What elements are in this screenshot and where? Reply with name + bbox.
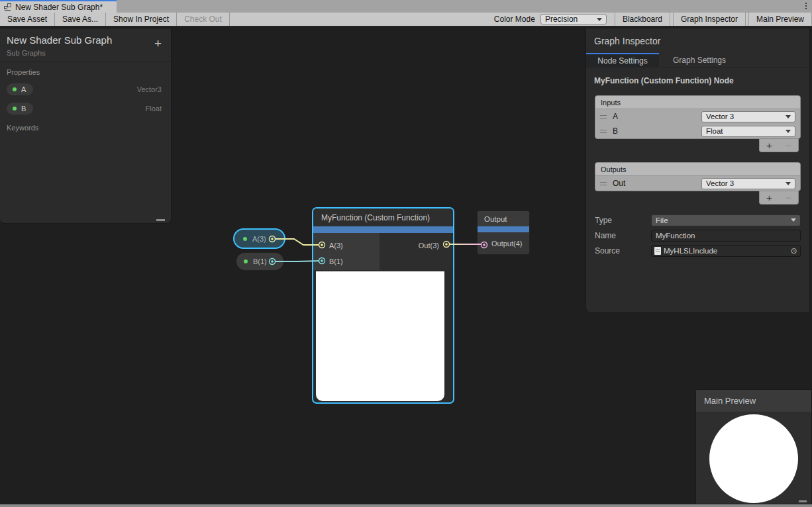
exposed-property-dot-icon — [244, 259, 248, 263]
property-name: A — [21, 85, 26, 93]
property-row-a[interactable]: A Vector3 — [0, 79, 171, 99]
blackboard-title: New Shader Sub Graph — [7, 34, 163, 46]
blackboard-header: New Shader Sub Graph Sub Graphs + — [0, 28, 171, 62]
input-type-selected: Vector 3 — [706, 113, 734, 120]
graph-inspector-panel: Graph Inspector Node Settings Graph Sett… — [585, 28, 810, 313]
outputs-list-footer: + − — [759, 191, 799, 205]
name-input[interactable] — [651, 230, 801, 242]
property-type-label: Float — [146, 105, 162, 113]
property-pill[interactable]: B — [7, 103, 33, 115]
property-type-label: Vector3 — [137, 85, 162, 93]
remove-input-button[interactable]: − — [786, 140, 791, 151]
inputs-row-b[interactable]: B Float — [595, 124, 800, 138]
type-dropdown[interactable]: File — [651, 214, 801, 226]
property-name: B — [21, 105, 26, 113]
main-preview-title: Main Preview — [696, 390, 811, 412]
property-row-b[interactable]: B Float — [0, 99, 171, 118]
type-label: Type — [595, 216, 651, 225]
input-name: A — [613, 112, 618, 121]
node-color-bar — [478, 226, 529, 232]
graph-inspector-toggle-button[interactable]: Graph Inspector — [673, 13, 746, 26]
blackboard-toggle-button[interactable]: Blackboard — [615, 13, 670, 26]
node-color-bar — [313, 226, 453, 233]
window-tab-bar: New Shader Sub Graph* — [0, 0, 812, 13]
add-input-button[interactable]: + — [766, 140, 772, 151]
type-field-row: Type File — [595, 212, 801, 228]
dropdown-arrow-icon — [786, 182, 791, 185]
source-field-row: Source MyHLSLInclude ⊙ — [595, 243, 801, 258]
dropdown-arrow-icon — [786, 115, 791, 118]
output-port-row-out: Out(3) — [419, 238, 439, 254]
drag-handle-icon[interactable] — [600, 130, 607, 133]
color-mode-selected: Precision — [545, 15, 578, 24]
main-preview-viewport[interactable] — [696, 412, 811, 504]
node-title: Output — [484, 215, 507, 223]
property-pill[interactable]: A — [7, 83, 33, 95]
add-property-button[interactable]: + — [154, 39, 162, 48]
drag-handle-icon[interactable] — [600, 115, 607, 118]
color-mode-label: Color Mode — [489, 15, 540, 24]
outputs-row-out[interactable]: Out Vector 3 — [595, 176, 800, 191]
tab-graph-settings[interactable]: Graph Settings — [659, 53, 740, 67]
input-port-row-b: B(1) — [313, 254, 380, 269]
output-node[interactable]: Output Output(4) — [477, 210, 530, 255]
input-port-row-output: Output(4) — [478, 232, 529, 254]
save-asset-button[interactable]: Save Asset — [0, 13, 55, 26]
panel-resize-handle[interactable] — [156, 219, 165, 221]
outputs-list: Outputs Out Vector 3 + − — [595, 162, 801, 205]
exposed-property-dot-icon — [13, 107, 17, 111]
tab-title: New Shader Sub Graph* — [15, 3, 103, 12]
blackboard-panel: New Shader Sub Graph Sub Graphs + Proper… — [0, 28, 172, 224]
dropdown-arrow-icon — [786, 130, 791, 133]
main-preview-toggle-button[interactable]: Main Preview — [748, 13, 812, 26]
dropdown-arrow-icon — [597, 18, 602, 21]
inputs-list-footer: + − — [759, 139, 799, 152]
function-settings-fields: Type File Name Source MyHLSLInclude ⊙ — [595, 212, 801, 258]
shader-graph-window: New Shader Sub Graph* Save Asset Save As… — [0, 0, 812, 507]
kebab-menu-icon[interactable] — [805, 3, 807, 9]
node-port-area: A(3) B(1) Out(3) — [313, 233, 453, 270]
shader-graph-toolbar: Save Asset Save As... Show In Project Ch… — [0, 13, 812, 26]
property-node-a[interactable]: A(3) — [233, 228, 285, 249]
inputs-list-header: Inputs — [595, 96, 800, 109]
shader-graph-icon — [4, 3, 12, 11]
name-field-row: Name — [595, 228, 801, 243]
custom-function-node[interactable]: MyFunction (Custom Function) A(3) B(1) O… — [312, 207, 454, 404]
panel-resize-handle[interactable] — [799, 500, 807, 502]
name-label: Name — [595, 231, 651, 240]
input-type-dropdown[interactable]: Float — [701, 126, 795, 137]
input-type-dropdown[interactable]: Vector 3 — [701, 111, 795, 122]
color-mode-dropdown[interactable]: Precision — [540, 14, 607, 24]
tab-new-shader-sub-graph[interactable]: New Shader Sub Graph* — [0, 0, 117, 13]
graph-inspector-title: Graph Inspector — [586, 28, 809, 53]
input-name: B — [613, 126, 618, 136]
tab-node-settings[interactable]: Node Settings — [586, 53, 659, 67]
check-out-button: Check Out — [177, 13, 230, 26]
drag-handle-icon[interactable] — [600, 182, 607, 185]
save-as-button[interactable]: Save As... — [55, 13, 106, 26]
property-node-label: A(3) — [252, 235, 266, 243]
output-type-selected: Vector 3 — [706, 179, 734, 187]
show-in-project-button[interactable]: Show In Project — [106, 13, 177, 26]
properties-section-header: Properties — [0, 62, 171, 79]
property-node-b[interactable]: B(1) — [236, 252, 284, 271]
remove-output-button[interactable]: − — [786, 193, 791, 203]
object-picker-icon[interactable]: ⊙ — [789, 246, 799, 255]
main-preview-panel: Main Preview — [695, 389, 812, 504]
blackboard-subtitle: Sub Graphs — [7, 49, 163, 57]
inputs-row-a[interactable]: A Vector 3 — [595, 109, 800, 124]
output-type-dropdown[interactable]: Vector 3 — [701, 178, 795, 189]
toolbar-right-group: Color Mode Precision Blackboard Graph In… — [489, 13, 812, 26]
inspected-node-title: MyFunction (Custom Function) Node — [586, 68, 809, 85]
source-object-field[interactable]: MyHLSLInclude ⊙ — [651, 245, 801, 257]
node-header[interactable]: MyFunction (Custom Function) — [313, 208, 453, 226]
exposed-property-dot-icon — [13, 87, 17, 91]
add-output-button[interactable]: + — [766, 193, 772, 203]
inspector-tab-bar: Node Settings Graph Settings — [586, 53, 809, 68]
dropdown-arrow-icon — [791, 218, 796, 222]
node-header[interactable]: Output — [478, 211, 529, 226]
outputs-list-header: Outputs — [595, 163, 800, 176]
node-preview-surface — [316, 271, 444, 401]
input-port-row-a: A(3) — [313, 238, 380, 254]
property-node-label: B(1) — [253, 257, 267, 265]
